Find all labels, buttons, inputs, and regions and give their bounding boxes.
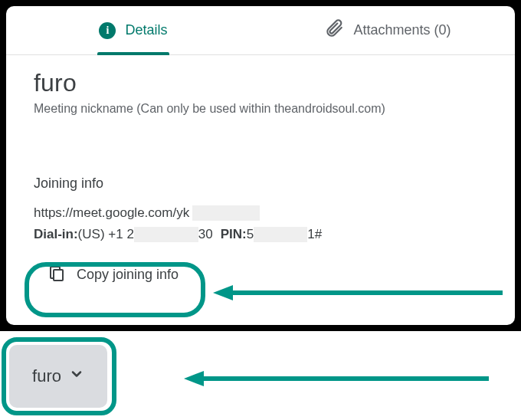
details-card: i Details Attachments (0) furo Meeting n… (6, 6, 515, 325)
tab-details-label: Details (125, 22, 167, 38)
chevron-down-icon (69, 366, 84, 386)
svg-marker-2 (213, 285, 233, 300)
info-icon: i (99, 22, 116, 39)
copy-joining-info-button[interactable]: Copy joining info (34, 256, 192, 294)
annotation-arrow-icon (184, 369, 490, 388)
card-body: furo Meeting nickname (Can only be used … (6, 55, 515, 303)
meeting-pill-label: furo (32, 366, 61, 386)
redacted-block (254, 227, 307, 242)
meeting-subtitle: Meeting nickname (Can only be used withi… (34, 102, 487, 116)
redacted-block (134, 227, 198, 242)
pin-label: PIN: (221, 227, 247, 242)
redacted-block (192, 205, 260, 221)
pin-prefix: 5 (247, 227, 254, 242)
meeting-name: furo (34, 69, 487, 97)
tab-attachments[interactable]: Attachments (0) (260, 6, 515, 54)
tab-attachments-label: Attachments (0) (353, 22, 451, 38)
dial-in-suffix: 30 (198, 227, 213, 242)
meeting-link: https://meet.google.com/yk (34, 205, 487, 221)
attachment-icon (324, 18, 344, 42)
bottom-bar: furo (0, 331, 521, 420)
link-prefix: https://meet.google.com/yk (34, 205, 189, 221)
meeting-pill-button[interactable]: furo (9, 345, 107, 408)
copy-icon (48, 264, 66, 286)
joining-info-header: Joining info (34, 176, 487, 192)
svg-marker-4 (184, 371, 204, 386)
pin-suffix: 1# (307, 227, 322, 242)
tabs-bar: i Details Attachments (0) (6, 6, 515, 55)
svg-rect-0 (54, 270, 63, 281)
tab-details[interactable]: i Details (6, 6, 260, 54)
dial-in-line: Dial-in: (US) +1 2 30 PIN: 5 1# (34, 227, 487, 242)
dial-in-prefix: (US) +1 2 (78, 227, 134, 242)
dial-in-label: Dial-in: (34, 227, 78, 242)
copy-button-label: Copy joining info (77, 267, 179, 283)
annotation-arrow-icon (213, 284, 504, 302)
